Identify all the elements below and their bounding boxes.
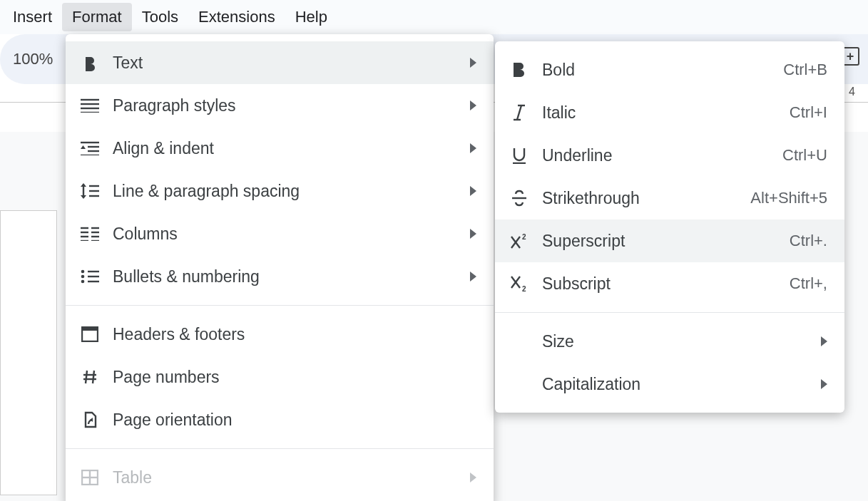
menu-shortcut: Ctrl+I <box>790 103 827 122</box>
svg-marker-13 <box>81 183 86 187</box>
submenu-item-capitalization[interactable]: Capitalization <box>495 363 844 406</box>
menu-item-headers-footers[interactable]: Headers & footers <box>66 313 494 356</box>
menu-divider <box>66 448 494 449</box>
bold-icon <box>509 60 529 80</box>
menu-item-label: Bullets & numbering <box>113 267 457 286</box>
menu-item-label: Line & paragraph spacing <box>113 182 457 201</box>
svg-text:2: 2 <box>522 285 526 292</box>
chevron-right-icon <box>470 472 476 482</box>
bullets-numbering-icon <box>80 267 100 286</box>
svg-text:2: 2 <box>522 233 526 241</box>
bold-icon <box>80 53 100 73</box>
svg-marker-8 <box>81 145 86 149</box>
menu-item-label: Italic <box>542 103 777 123</box>
menu-item-label: Superscript <box>542 232 777 251</box>
menu-item-label: Page orientation <box>113 410 476 430</box>
chevron-right-icon <box>470 186 476 196</box>
menu-item-bullets-numbering[interactable]: Bullets & numbering <box>66 255 494 298</box>
menu-item-label: Page numbers <box>113 368 476 387</box>
chevron-right-icon <box>470 272 476 282</box>
menu-item-label: Columns <box>113 224 457 244</box>
chevron-right-icon <box>470 229 476 239</box>
menu-item-label: Subscript <box>542 274 777 294</box>
svg-point-24 <box>81 275 85 279</box>
svg-line-31 <box>86 371 87 383</box>
line-spacing-icon <box>80 181 100 201</box>
menu-item-align-indent[interactable]: Align & indent <box>66 127 494 170</box>
subscript-icon: 2 <box>509 274 529 294</box>
menu-item-label: Capitalization <box>542 375 808 394</box>
menu-shortcut: Alt+Shift+5 <box>750 189 827 207</box>
text-submenu: Bold Ctrl+B Italic Ctrl+I Underline Ctrl… <box>495 41 844 413</box>
menu-item-label: Text <box>113 53 457 73</box>
svg-point-23 <box>81 270 85 274</box>
menubar: Insert Format Tools Extensions Help <box>0 0 868 34</box>
menu-item-text[interactable]: Text <box>66 41 494 84</box>
document-page[interactable] <box>0 210 57 495</box>
menu-item-label: Align & indent <box>113 139 457 158</box>
menubar-item-format[interactable]: Format <box>62 3 132 31</box>
chevron-right-icon <box>470 58 476 68</box>
menu-shortcut: Ctrl+U <box>782 146 827 165</box>
submenu-item-subscript[interactable]: 2 Subscript Ctrl+, <box>495 262 844 305</box>
menu-item-label: Underline <box>542 146 770 165</box>
menu-divider <box>495 312 844 313</box>
svg-marker-14 <box>81 195 86 199</box>
submenu-item-superscript[interactable]: 2 Superscript Ctrl+. <box>495 219 844 262</box>
submenu-item-size[interactable]: Size <box>495 320 844 363</box>
menu-item-page-orientation[interactable]: Page orientation <box>66 398 494 441</box>
submenu-item-strikethrough[interactable]: Strikethrough Alt+Shift+5 <box>495 177 844 219</box>
blank-icon <box>509 374 529 394</box>
menu-item-label: Size <box>542 332 808 351</box>
ruler-mark: 4 <box>849 86 855 98</box>
submenu-item-italic[interactable]: Italic Ctrl+I <box>495 91 844 134</box>
menu-divider <box>66 305 494 306</box>
menu-item-label: Table <box>113 468 457 487</box>
menu-item-label: Headers & footers <box>113 325 476 344</box>
chevron-right-icon <box>470 143 476 153</box>
headers-footers-icon <box>80 324 100 344</box>
svg-rect-30 <box>82 327 98 331</box>
table-icon <box>80 468 100 487</box>
submenu-item-bold[interactable]: Bold Ctrl+B <box>495 48 844 91</box>
menu-item-columns[interactable]: Columns <box>66 212 494 255</box>
superscript-icon: 2 <box>509 231 529 251</box>
align-indent-icon <box>80 138 100 158</box>
underline-icon <box>509 145 529 165</box>
menu-item-line-spacing[interactable]: Line & paragraph spacing <box>66 170 494 212</box>
page-orientation-icon <box>80 410 100 430</box>
chevron-right-icon <box>821 379 827 389</box>
menu-item-page-numbers[interactable]: Page numbers <box>66 356 494 398</box>
menubar-item-extensions[interactable]: Extensions <box>188 3 285 31</box>
zoom-level[interactable]: 100% <box>13 50 53 68</box>
menubar-item-insert[interactable]: Insert <box>3 3 62 31</box>
menu-item-paragraph-styles[interactable]: Paragraph styles <box>66 84 494 127</box>
menu-item-table: Table <box>66 456 494 499</box>
chevron-right-icon <box>470 100 476 110</box>
menu-item-label: Strikethrough <box>542 189 737 208</box>
format-menu: Text Paragraph styles Align & indent Lin… <box>66 34 494 501</box>
strikethrough-icon <box>509 188 529 208</box>
columns-icon <box>80 224 100 244</box>
menu-shortcut: Ctrl+, <box>790 274 827 293</box>
menu-item-label: Bold <box>542 61 770 80</box>
menubar-item-tools[interactable]: Tools <box>132 3 188 31</box>
menu-shortcut: Ctrl+. <box>790 232 827 250</box>
svg-point-25 <box>81 280 85 284</box>
menu-shortcut: Ctrl+B <box>783 61 827 79</box>
italic-icon <box>509 103 529 123</box>
chevron-right-icon <box>821 336 827 346</box>
menubar-item-help[interactable]: Help <box>285 3 337 31</box>
page-numbers-icon <box>80 367 100 387</box>
menu-item-label: Paragraph styles <box>113 96 457 115</box>
svg-line-32 <box>93 371 94 383</box>
blank-icon <box>509 331 529 351</box>
submenu-item-underline[interactable]: Underline Ctrl+U <box>495 134 844 177</box>
svg-line-41 <box>517 105 521 120</box>
paragraph-styles-icon <box>80 95 100 115</box>
